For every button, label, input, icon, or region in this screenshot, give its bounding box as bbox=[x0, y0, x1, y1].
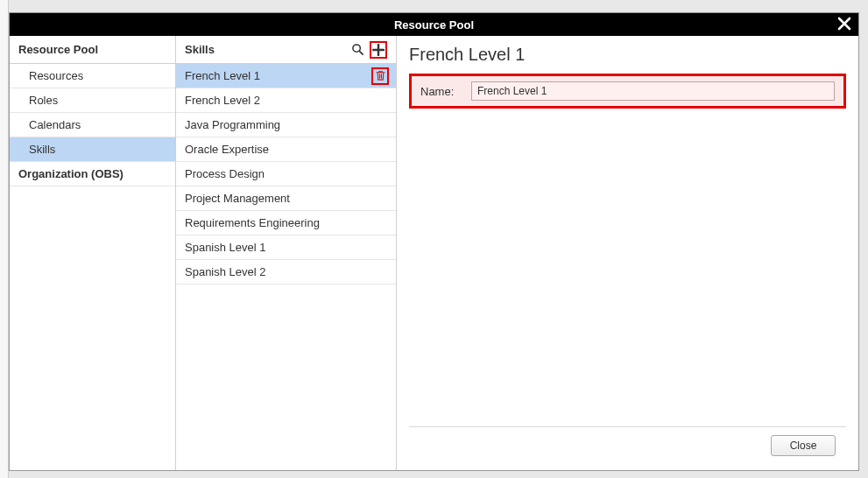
name-input[interactable] bbox=[471, 81, 835, 101]
nav-item-label: Skills bbox=[29, 143, 55, 156]
skill-item[interactable]: Requirements Engineering bbox=[176, 211, 396, 235]
nav-item-label: Organization (OBS) bbox=[18, 167, 123, 180]
nav-header-label: Resource Pool bbox=[18, 43, 98, 56]
nav-item-calendars[interactable]: Calendars bbox=[10, 113, 175, 137]
dialog-footer: Close bbox=[409, 426, 846, 463]
skill-item-label: Oracle Expertise bbox=[185, 143, 269, 156]
skill-item-label: French Level 2 bbox=[185, 94, 260, 107]
skill-item-label: French Level 1 bbox=[185, 69, 260, 82]
nav-item-label: Resources bbox=[29, 69, 83, 82]
skill-item-label: Spanish Level 2 bbox=[185, 265, 266, 278]
detail-spacer bbox=[409, 109, 846, 426]
skill-item[interactable]: Java Programming bbox=[176, 113, 396, 137]
svg-line-1 bbox=[359, 51, 363, 54]
skill-item[interactable]: Oracle Expertise bbox=[176, 137, 396, 162]
skill-item[interactable]: Process Design bbox=[176, 162, 396, 186]
nav-item-resources[interactable]: Resources bbox=[10, 64, 175, 88]
nav-item-label: Calendars bbox=[29, 118, 81, 131]
delete-skill-button[interactable] bbox=[371, 67, 389, 85]
search-icon[interactable] bbox=[349, 41, 366, 59]
name-label: Name: bbox=[420, 85, 459, 98]
nav-item-organization[interactable]: Organization (OBS) bbox=[10, 162, 175, 186]
resource-pool-dialog: Resource Pool Resource Pool Resources Ro… bbox=[9, 12, 859, 471]
skill-item-label: Java Programming bbox=[185, 118, 280, 131]
dialog-titlebar: Resource Pool bbox=[10, 13, 858, 36]
detail-title: French Level 1 bbox=[409, 43, 846, 74]
skills-header: Skills bbox=[176, 36, 396, 64]
skill-item-label: Process Design bbox=[185, 167, 265, 180]
close-button[interactable]: Close bbox=[771, 435, 836, 456]
dialog-title: Resource Pool bbox=[394, 18, 474, 32]
nav-item-skills[interactable]: Skills bbox=[10, 137, 175, 162]
skill-item[interactable]: Project Management bbox=[176, 186, 396, 211]
skill-item-label: Project Management bbox=[185, 192, 290, 205]
close-icon[interactable] bbox=[836, 15, 853, 32]
nav-list: Resources Roles Calendars Skills Organiz… bbox=[10, 64, 175, 186]
skill-item[interactable]: French Level 2 bbox=[176, 88, 396, 113]
nav-item-roles[interactable]: Roles bbox=[10, 88, 175, 113]
nav-header: Resource Pool bbox=[10, 36, 175, 64]
background-gutter bbox=[0, 0, 9, 478]
skill-item-label: Spanish Level 1 bbox=[185, 241, 266, 254]
name-field-row: Name: bbox=[409, 74, 846, 109]
detail-panel: French Level 1 Name: Close bbox=[397, 36, 858, 470]
nav-item-label: Roles bbox=[29, 94, 58, 107]
skills-panel: Skills French Level 1 bbox=[176, 36, 397, 470]
close-button-label: Close bbox=[790, 439, 817, 452]
add-skill-button[interactable] bbox=[370, 41, 387, 59]
skill-item-label: Requirements Engineering bbox=[185, 216, 320, 229]
skills-header-label: Skills bbox=[185, 43, 215, 56]
skill-item[interactable]: French Level 1 bbox=[176, 64, 396, 88]
skills-list: French Level 1 French Level 2 Java Progr… bbox=[176, 64, 396, 470]
skill-item[interactable]: Spanish Level 2 bbox=[176, 260, 396, 285]
nav-panel: Resource Pool Resources Roles Calendars … bbox=[10, 36, 176, 470]
skill-item[interactable]: Spanish Level 1 bbox=[176, 235, 396, 260]
